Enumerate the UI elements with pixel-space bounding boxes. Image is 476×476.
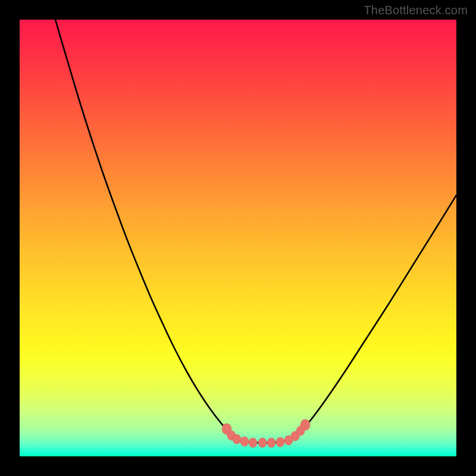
bottleneck-curve [55, 20, 456, 443]
curve-marker-dot [233, 434, 241, 444]
curve-layer [20, 20, 456, 456]
bottom-marker-group [222, 419, 310, 447]
watermark-text: TheBottleneck.com [364, 4, 468, 17]
curve-marker-dot [267, 438, 275, 447]
plot-area [20, 20, 456, 456]
curve-marker-dot [276, 437, 284, 447]
curve-marker-dot [249, 438, 257, 447]
curve-marker-dot [240, 437, 249, 446]
curve-marker-dot [300, 419, 310, 430]
curve-marker-dot [258, 438, 267, 447]
outer-frame: TheBottleneck.com [0, 0, 476, 476]
